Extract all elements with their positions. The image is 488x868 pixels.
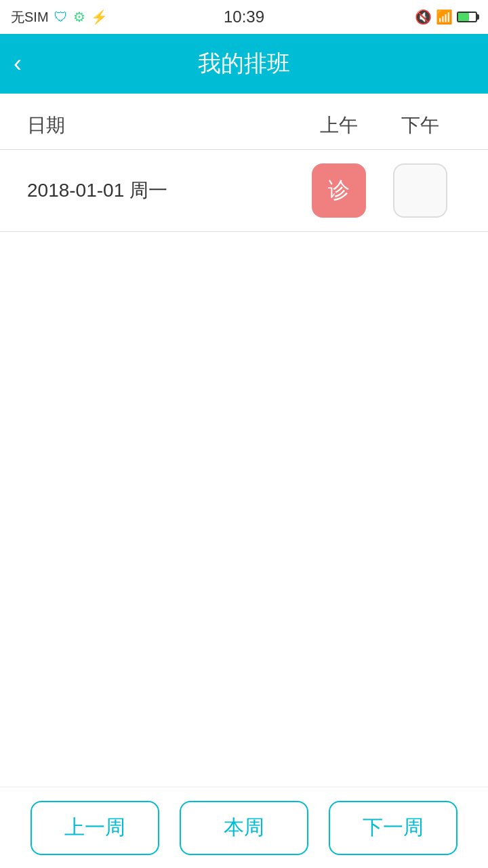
row-date: 2018-01-01 周一 <box>27 178 298 203</box>
carrier-label: 无SIM <box>11 8 49 26</box>
status-left: 无SIM 🛡 ⚙ ⚡ <box>11 8 108 26</box>
bottom-bar: 上一周 本周 下一周 <box>0 787 488 868</box>
table-header: 日期 上午 下午 <box>0 94 488 150</box>
android-icon: ⚙ <box>73 9 85 25</box>
wifi-icon: 📶 <box>436 9 453 25</box>
col-am-header: 上午 <box>298 113 380 138</box>
col-date-header: 日期 <box>27 113 298 138</box>
nav-title: 我的排班 <box>198 48 290 79</box>
nav-bar: ‹ 我的排班 <box>0 34 488 94</box>
table-row: 2018-01-01 周一诊 <box>0 150 488 232</box>
am-badge-active[interactable]: 诊 <box>312 163 366 218</box>
status-bar: 无SIM 🛡 ⚙ ⚡ 10:39 🔇 📶 <box>0 0 488 34</box>
row-am[interactable]: 诊 <box>298 163 380 218</box>
shield-icon: 🛡 <box>54 9 68 25</box>
prev-week-button[interactable]: 上一周 <box>30 801 159 855</box>
status-right: 🔇 📶 <box>415 9 477 25</box>
usb-icon: ⚡ <box>91 9 108 25</box>
next-week-button[interactable]: 下一周 <box>329 801 458 855</box>
pm-badge-empty[interactable] <box>393 163 447 218</box>
mute-icon: 🔇 <box>415 9 432 25</box>
battery-icon <box>457 12 477 22</box>
row-pm[interactable] <box>380 163 461 218</box>
status-time: 10:39 <box>224 7 264 26</box>
back-button[interactable]: ‹ <box>14 52 22 76</box>
table-body: 2018-01-01 周一诊 <box>0 150 488 232</box>
col-pm-header: 下午 <box>380 113 461 138</box>
current-week-button[interactable]: 本周 <box>180 801 308 855</box>
